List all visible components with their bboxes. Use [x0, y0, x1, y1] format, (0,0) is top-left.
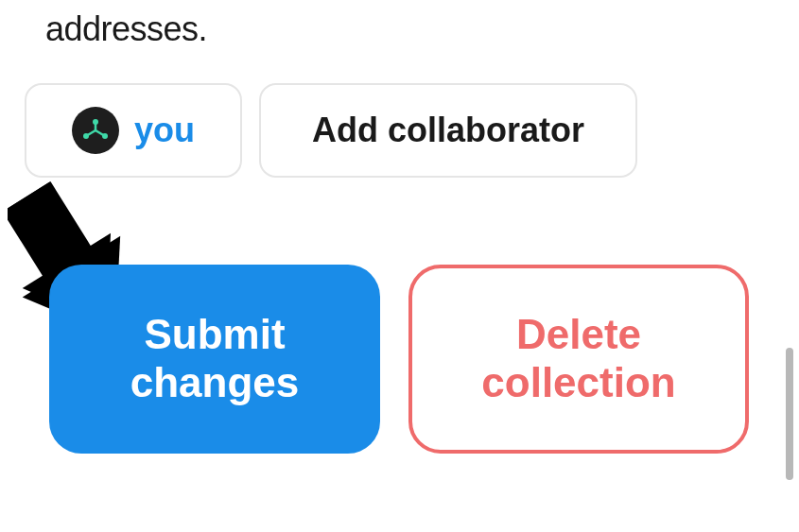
collaborator-row: you Add collaborator — [25, 83, 637, 178]
description-text-fragment: addresses. — [45, 9, 207, 49]
collaborator-avatar-icon — [72, 107, 119, 154]
collaborator-you-pill[interactable]: you — [25, 83, 242, 178]
delete-collection-button[interactable]: Delete collection — [408, 265, 749, 454]
svg-line-4 — [86, 130, 96, 136]
scrollbar-thumb[interactable] — [786, 348, 793, 480]
add-collaborator-button[interactable]: Add collaborator — [259, 83, 637, 178]
svg-line-5 — [96, 130, 105, 136]
submit-changes-button[interactable]: Submit changes — [49, 265, 380, 454]
add-collaborator-label: Add collaborator — [312, 111, 584, 150]
action-row: Submit changes Delete collection — [49, 265, 749, 454]
collaborator-you-label: you — [134, 111, 195, 150]
